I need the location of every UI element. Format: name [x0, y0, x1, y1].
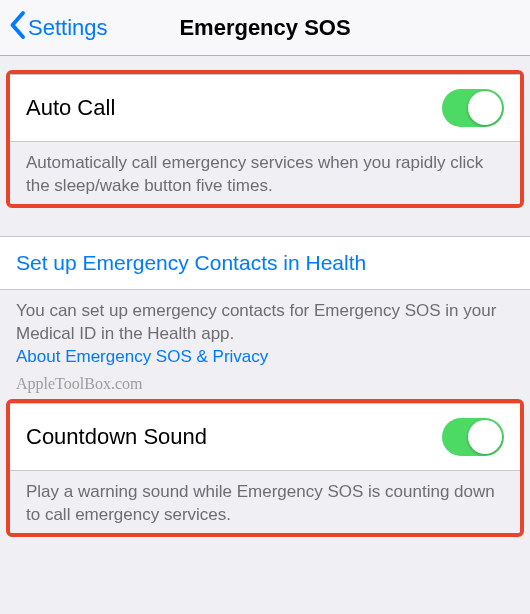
back-label: Settings	[28, 15, 108, 41]
countdown-row[interactable]: Countdown Sound	[10, 403, 520, 471]
setup-contacts-link[interactable]: Set up Emergency Contacts in Health	[0, 236, 530, 290]
back-button[interactable]: Settings	[8, 10, 108, 46]
toggle-knob	[468, 91, 502, 125]
auto-call-footer: Automatically call emergency services wh…	[10, 142, 520, 204]
nav-bar: Settings Emergency SOS	[0, 0, 530, 56]
auto-call-label: Auto Call	[26, 95, 115, 121]
privacy-link[interactable]: About Emergency SOS & Privacy	[16, 347, 268, 366]
countdown-group: Countdown Sound Play a warning sound whi…	[6, 399, 524, 537]
auto-call-row[interactable]: Auto Call	[10, 74, 520, 142]
setup-footer: You can set up emergency contacts for Em…	[0, 290, 530, 375]
countdown-toggle[interactable]	[442, 418, 504, 456]
countdown-footer: Play a warning sound while Emergency SOS…	[10, 471, 520, 533]
chevron-left-icon	[8, 10, 26, 46]
countdown-label: Countdown Sound	[26, 424, 207, 450]
auto-call-group: Auto Call Automatically call emergency s…	[6, 70, 524, 208]
setup-footer-text: You can set up emergency contacts for Em…	[16, 301, 496, 343]
toggle-knob	[468, 420, 502, 454]
watermark: AppleToolBox.com	[0, 375, 530, 395]
auto-call-toggle[interactable]	[442, 89, 504, 127]
